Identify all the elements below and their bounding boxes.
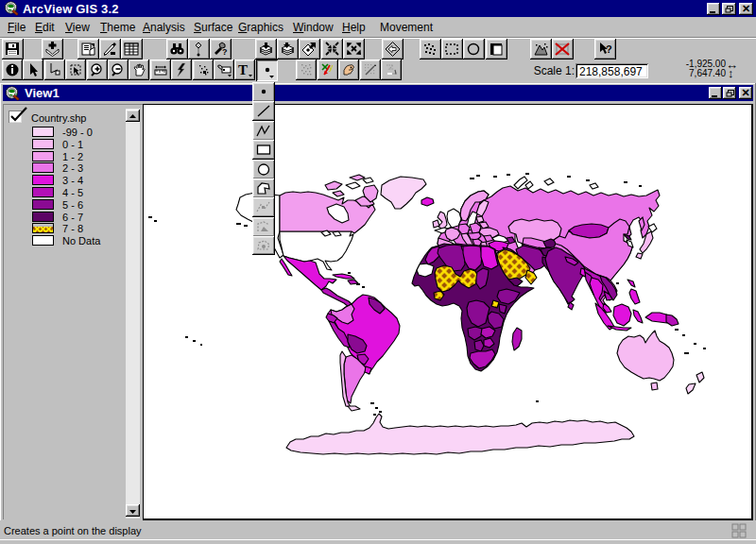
svg-text:?: ? [606, 43, 612, 55]
svg-text:?: ? [222, 47, 228, 57]
svg-text:T: T [238, 62, 248, 77]
svg-text:y: y [329, 62, 334, 72]
